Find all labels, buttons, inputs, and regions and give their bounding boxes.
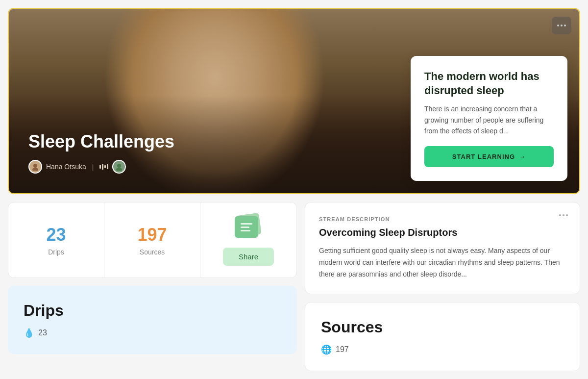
- sources-count-row: 🌐 197: [321, 344, 564, 355]
- drips-count-row: 💧 23: [24, 328, 281, 338]
- info-card-title: The modern world has disrupted sleep: [424, 70, 554, 98]
- stream-dot-2: [563, 214, 564, 216]
- sources-section-title: Sources: [321, 318, 564, 336]
- globe-icon: 🌐: [321, 344, 332, 355]
- stream-description-text: Getting sufficient good quality sleep is…: [319, 245, 566, 280]
- page-wrapper: Sleep Challenges Hana Otsuka |: [8, 8, 580, 371]
- share-card-front: [235, 216, 258, 238]
- stream-dot-1: [559, 214, 561, 216]
- author-name: Hana Otsuka: [46, 163, 86, 171]
- stream-description-card: STREAM DESCRIPTION Overcoming Sleep Disr…: [305, 202, 580, 294]
- stream-section-label: STREAM DESCRIPTION: [319, 216, 566, 222]
- start-learning-button[interactable]: START LEARNING →: [424, 146, 554, 167]
- hero-section: Sleep Challenges Hana Otsuka |: [8, 8, 580, 194]
- hero-content: Sleep Challenges Hana Otsuka |: [28, 131, 174, 174]
- drop-icon: 💧: [24, 328, 34, 338]
- info-card: The modern world has disrupted sleep The…: [411, 56, 567, 181]
- main-content: 23 Drips 197 Sources: [8, 202, 580, 371]
- sources-count-value: 197: [336, 345, 349, 354]
- dot-1: [557, 25, 559, 26]
- left-panel: 23 Drips 197 Sources: [8, 202, 297, 371]
- dot-3: [564, 25, 566, 26]
- share-widget: Share: [200, 202, 296, 278]
- drips-section-title: Drips: [24, 302, 281, 320]
- share-line-2: [241, 227, 249, 228]
- author-avatar-secondary: [112, 160, 126, 174]
- stats-card: 23 Drips 197 Sources: [8, 202, 297, 278]
- start-learning-label: START LEARNING: [452, 153, 515, 160]
- audio-icon: [99, 164, 108, 170]
- audio-bar-1: [99, 165, 101, 169]
- audio-bar-3: [104, 165, 106, 168]
- drips-stat: 23 Drips: [8, 202, 104, 278]
- svg-point-0: [33, 164, 37, 168]
- sources-count: 197: [137, 225, 167, 245]
- dot-2: [561, 25, 563, 26]
- drips-label: Drips: [48, 248, 64, 256]
- hero-authors: Hana Otsuka |: [28, 160, 174, 174]
- drips-count: 23: [46, 225, 66, 245]
- share-icon-stack: [233, 214, 264, 242]
- share-line-3: [241, 230, 250, 231]
- share-line-1: [241, 223, 252, 225]
- share-lines: [241, 223, 252, 231]
- author-avatar-primary: [28, 160, 42, 174]
- sources-section-card: Sources 🌐 197: [305, 302, 580, 371]
- author-separator: |: [92, 163, 94, 171]
- hero-more-button[interactable]: [552, 17, 571, 34]
- start-learning-arrow: →: [519, 153, 526, 160]
- svg-point-2: [117, 164, 121, 168]
- sources-label: Sources: [140, 248, 165, 256]
- audio-bar-4: [107, 164, 108, 169]
- drips-count-value: 23: [38, 328, 47, 337]
- stream-more-button[interactable]: [557, 212, 570, 218]
- stream-dot-3: [566, 214, 568, 216]
- share-button[interactable]: Share: [223, 248, 274, 266]
- info-card-text: There is an increasing concern that a gr…: [424, 103, 554, 136]
- right-panel: STREAM DESCRIPTION Overcoming Sleep Disr…: [305, 202, 580, 371]
- hero-title: Sleep Challenges: [28, 131, 174, 152]
- drips-section-card: Drips 💧 23: [8, 286, 297, 354]
- audio-bar-2: [102, 164, 103, 170]
- svg-point-1: [32, 168, 38, 171]
- sources-stat: 197 Sources: [104, 202, 200, 278]
- svg-point-3: [116, 168, 122, 171]
- stream-description-title: Overcoming Sleep Disruptors: [319, 227, 566, 238]
